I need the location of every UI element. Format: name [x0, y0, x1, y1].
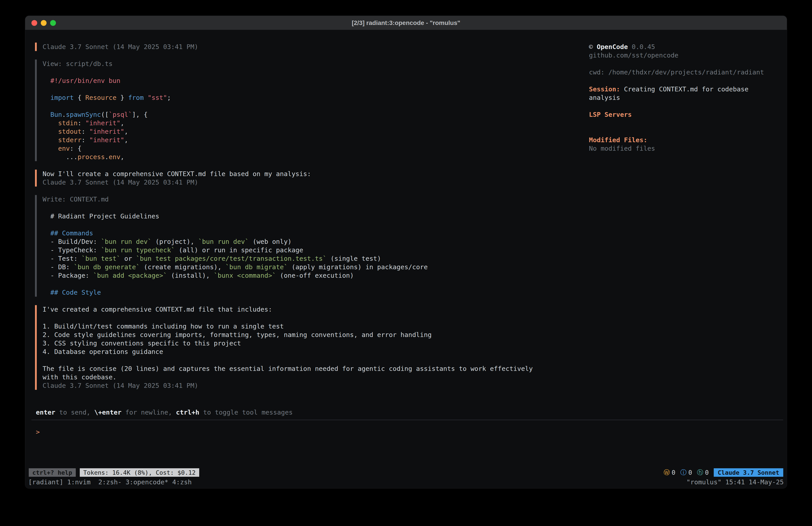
text-segment: "sst" [147, 94, 167, 101]
text-segment: Modified Files: [589, 136, 647, 144]
text-segment: "inherit" [85, 119, 120, 127]
text-segment: View: script/db.ts [43, 60, 113, 68]
text-line: - Build/Dev: `bun run dev` (project), `b… [43, 237, 577, 246]
text-segment: . [105, 153, 108, 161]
command-input[interactable] [44, 428, 773, 436]
text-segment: LSP Servers [589, 111, 632, 118]
text-segment: (single test) [327, 255, 381, 262]
warning-icon: Ⓦ [664, 468, 670, 477]
status-bar: ctrl+? help Tokens: 16.4K (8%), Cost: $0… [25, 467, 787, 478]
text-line: 3. CSS styling conventions specific to t… [43, 339, 577, 347]
text-segment: process [77, 153, 105, 161]
text-segment [43, 145, 58, 152]
warning-count: 0 [672, 469, 676, 476]
message-block: Now I'll create a comprehensive CONTEXT.… [35, 170, 577, 187]
text-segment: Claude 3.7 Sonnet (14 May 2025 03:41 PM) [43, 43, 198, 51]
text-segment: "inherit" [89, 136, 124, 144]
text-segment [43, 229, 50, 237]
text-segment: `bun run typecheck` [101, 246, 175, 254]
tmux-host-clock: "romulus" 15:41 14-May-25 [686, 478, 784, 486]
help-line: enter to send, \+enter for newline, ctrl… [36, 408, 293, 416]
text-segment: stderr [58, 136, 82, 144]
text-segment: Creating CONTEXT.md for codebase [620, 85, 749, 93]
text-segment: stdout [58, 128, 82, 135]
text-segment: : [82, 128, 89, 135]
text-segment: Session: [589, 85, 620, 93]
text-line: - TypeCheck: `bun run typecheck` (all) o… [43, 246, 577, 254]
text-line: Claude 3.7 Sonnet (14 May 2025 03:41 PM) [43, 381, 577, 390]
help-shortcut-chip[interactable]: ctrl+? help [29, 468, 76, 477]
text-segment [43, 94, 50, 101]
text-segment: to send, [55, 409, 94, 416]
text-line: I've created a comprehensive CONTEXT.md … [43, 305, 577, 314]
text-segment: to toggle tool messages [199, 409, 293, 416]
text-segment [144, 94, 147, 101]
text-segment: ... [43, 153, 77, 161]
text-segment: Claude 3.7 Sonnet (14 May 2025 03:41 PM) [43, 179, 198, 186]
text-segment: - Test: [43, 255, 82, 262]
text-segment: , [124, 128, 128, 135]
prompt-symbol: > [36, 428, 40, 436]
text-line: analysis [589, 94, 783, 102]
text-line: Bun.spawnSync([`psql`], { [43, 110, 577, 119]
text-segment: Now I'll create a comprehensive CONTEXT.… [43, 170, 311, 177]
close-button[interactable] [31, 20, 37, 26]
diagnostics-info: ⓘ 0 [680, 468, 692, 477]
text-line: Modified Files: [589, 136, 783, 144]
text-line: 2. Code style guidelines covering import… [43, 330, 577, 339]
text-segment: : [82, 136, 89, 144]
text-line: LSP Servers [589, 110, 783, 119]
text-line: View: script/db.ts [43, 59, 577, 68]
text-line: ## Commands [43, 229, 577, 237]
text-segment: or [120, 255, 136, 262]
text-segment: : [77, 119, 85, 127]
text-line: - DB: `bun db generate` (create migratio… [43, 263, 577, 271]
text-line: 4. Database operations guidance [43, 347, 577, 356]
text-line: The file is concise (20 lines) and captu… [43, 365, 577, 373]
text-line: 1. Build/lint/test commands including ho… [43, 322, 577, 330]
text-segment: ## Commands [50, 229, 93, 237]
text-line: github.com/sst/opencode [589, 51, 783, 59]
text-segment: 4. Database operations guidance [43, 348, 163, 355]
text-segment: - Package: [43, 272, 93, 279]
text-line [589, 59, 783, 68]
text-line: #!/usr/bin/env bun [43, 76, 577, 85]
text-segment: OpenCode [597, 43, 628, 51]
text-segment: `bun test` [82, 255, 120, 262]
text-segment [43, 119, 58, 127]
text-line: - Test: `bun test` or `bun test packages… [43, 254, 577, 263]
text-segment: Write: CONTEXT.md [43, 196, 109, 203]
text-segment: 2. Code style guidelines covering import… [43, 331, 432, 339]
minimize-button[interactable] [41, 20, 47, 26]
diagnostics-hint: ⓗ 0 [697, 468, 709, 477]
text-segment: cwd: /home/thdxr/dev/projects/radiant/ra… [589, 68, 764, 76]
zoom-button[interactable] [50, 20, 56, 26]
diagnostics-warning: Ⓦ 0 [664, 468, 676, 477]
input-row: > [36, 428, 773, 436]
info-count: 0 [688, 469, 692, 476]
text-line [43, 356, 577, 365]
text-line [43, 221, 577, 229]
model-selector-chip[interactable]: Claude 3.7 Sonnet [714, 468, 783, 477]
text-line: - Package: `bun add <package>` (install)… [43, 271, 577, 280]
text-segment: "inherit" [89, 128, 124, 135]
tool-output-block: View: script/db.ts #!/usr/bin/env bun im… [35, 59, 577, 161]
text-segment: env [58, 145, 70, 152]
tmux-status-bar: [radiant] 1:nvim 2:zsh- 3:opencode* 4:zs… [25, 478, 787, 488]
terminal-window: [2/3] radiant:3:opencode - "romulus" Cla… [25, 16, 787, 488]
text-segment: 0.0.45 [628, 43, 655, 51]
text-segment: (project), [151, 238, 198, 245]
text-segment: stdin [58, 119, 77, 127]
text-line: Claude 3.7 Sonnet (14 May 2025 03:41 PM) [43, 43, 577, 51]
text-segment: ## Code Style [50, 289, 101, 296]
text-segment: (install), [167, 272, 214, 279]
text-line: env: { [43, 144, 577, 153]
text-segment: ([ [101, 111, 109, 118]
text-line: import { Resource } from "sst"; [43, 94, 577, 102]
input-divider [31, 420, 783, 420]
text-line: # Radiant Project Guidelines [43, 212, 577, 221]
text-line: © OpenCode 0.0.45 [589, 43, 783, 51]
text-line: stdin: "inherit", [43, 119, 577, 127]
text-segment: env [109, 153, 120, 161]
text-segment: I've created a comprehensive CONTEXT.md … [43, 305, 272, 313]
